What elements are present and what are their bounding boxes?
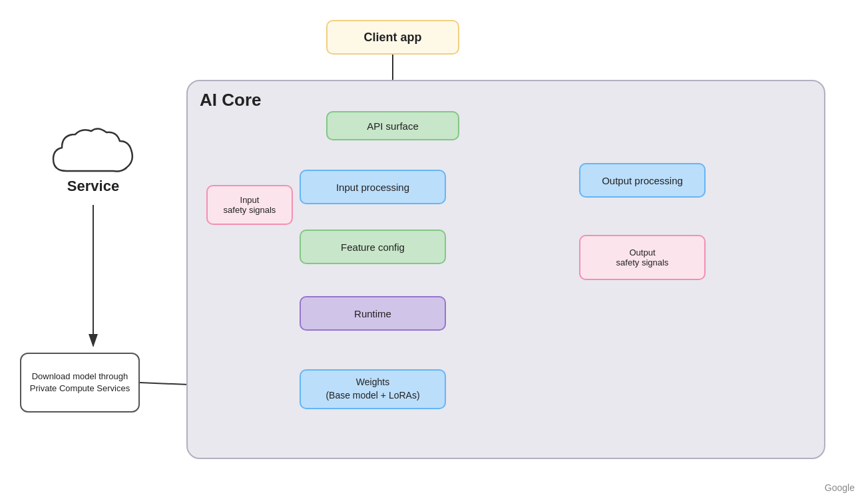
diagram-container: Client app AI Core API surface Input pro…: [0, 0, 868, 503]
output-safety-label: Outputsafety signals: [616, 248, 669, 267]
weights-box: Weights (Base model + LoRAs): [300, 369, 446, 409]
ai-core-label: AI Core: [200, 90, 261, 110]
runtime-label: Runtime: [354, 308, 391, 319]
runtime-box: Runtime: [300, 296, 446, 331]
input-safety-label: Inputsafety signals: [224, 195, 276, 215]
weights-line2: (Base model + LoRAs): [326, 389, 419, 403]
output-processing-label: Output processing: [602, 175, 683, 186]
service-cloud: Service: [37, 116, 150, 203]
weights-line1: Weights: [356, 376, 389, 389]
service-label: Service: [67, 178, 119, 195]
api-surface-label: API surface: [367, 120, 419, 132]
client-app-label: Client app: [363, 31, 421, 45]
download-model-box: Download model through Private Compute S…: [20, 353, 140, 413]
feature-config-label: Feature config: [341, 242, 405, 253]
output-processing-box: Output processing: [579, 163, 706, 198]
cloud-icon: [50, 124, 136, 184]
api-surface-box: API surface: [326, 111, 459, 140]
ai-core-container: [186, 80, 825, 459]
google-watermark: Google: [825, 482, 855, 493]
client-app-box: Client app: [326, 20, 459, 55]
input-safety-box: Inputsafety signals: [206, 185, 293, 225]
input-processing-label: Input processing: [336, 182, 409, 193]
download-model-label: Download model through Private Compute S…: [27, 371, 133, 395]
input-processing-box: Input processing: [300, 170, 446, 204]
feature-config-box: Feature config: [300, 230, 446, 264]
output-safety-box: Outputsafety signals: [579, 235, 706, 280]
